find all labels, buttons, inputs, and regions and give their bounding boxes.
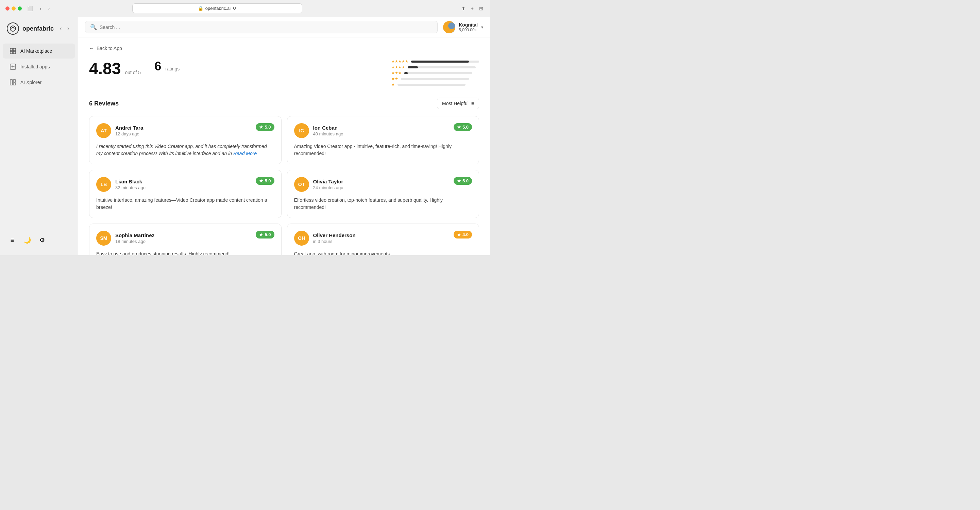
- review-card-5: SM Sophia Martinez 18 minutes ago ★ 5.0: [89, 223, 282, 255]
- rating-badge-3: ★ 5.0: [256, 177, 274, 185]
- review-header-4: OT Olivia Taylor 24 minutes ago ★ 5.0: [294, 177, 473, 192]
- content-area: 🔍 Kognital 5,000.00κ ▾: [78, 17, 490, 255]
- browser-actions: ⬆ + ⊞: [460, 5, 485, 13]
- reviews-header: 6 Reviews Most Helpful ≡: [89, 98, 479, 109]
- logo-area: openfabric ‹ ›: [0, 22, 78, 43]
- rating-value-1: 5.0: [264, 124, 270, 130]
- svg-rect-3: [10, 51, 13, 54]
- xplorer-icon: [10, 79, 16, 86]
- fullscreen-traffic-light[interactable]: [18, 6, 22, 11]
- user-info: Kognital 5,000.00κ: [459, 22, 478, 32]
- avatar: [443, 21, 455, 33]
- sidebar-toggle-button[interactable]: ⬜: [26, 5, 34, 13]
- sidebar-item-installed-apps[interactable]: Installed apps: [3, 59, 75, 74]
- reviewer-time-4: 24 minutes ago: [313, 185, 344, 190]
- review-text-1: I recently started using this Video Crea…: [96, 143, 274, 157]
- logo-text: openfabric: [22, 25, 54, 32]
- bar-track-1: [398, 84, 466, 86]
- reviewer-name-6: Oliver Henderson: [313, 233, 356, 238]
- tabs-button[interactable]: ⊞: [478, 5, 485, 13]
- minimize-traffic-light[interactable]: [11, 6, 16, 11]
- reviewer-details-1: Andrei Tara 12 days ago: [115, 125, 143, 136]
- reviewer-details-4: Olivia Taylor 24 minutes ago: [313, 178, 344, 190]
- forward-browser-button[interactable]: ›: [47, 5, 51, 13]
- lock-icon: 🔒: [198, 6, 204, 11]
- nav-forward-button[interactable]: ›: [65, 25, 71, 32]
- bar-fill-4: [408, 66, 418, 69]
- rating-out-of: out of 5: [125, 70, 141, 75]
- review-card-6: OH Oliver Henderson in 3 hours ★ 4.0: [287, 223, 479, 255]
- menu-icon[interactable]: ≡: [7, 235, 18, 245]
- nav-back-button[interactable]: ‹: [58, 25, 64, 32]
- user-balance: 5,000.00κ: [459, 27, 478, 32]
- back-to-app-button[interactable]: ← Back to App: [89, 46, 479, 51]
- back-arrow-icon: ←: [89, 46, 94, 51]
- svg-rect-8: [13, 83, 16, 85]
- star-icon-5: ★: [259, 232, 263, 237]
- sidebar-item-label: AI Marketplace: [21, 48, 52, 54]
- back-browser-button[interactable]: ‹: [38, 5, 43, 13]
- search-box[interactable]: 🔍: [85, 21, 438, 33]
- reviewer-name-2: Ion Ceban: [313, 125, 344, 131]
- svg-rect-4: [13, 51, 16, 54]
- review-header-6: OH Oliver Henderson in 3 hours ★ 4.0: [294, 231, 473, 245]
- reviewer-time-1: 12 days ago: [115, 131, 143, 136]
- reviewer-details-2: Ion Ceban 40 minutes ago: [313, 125, 344, 136]
- marketplace-icon: [10, 48, 16, 54]
- review-text-3: Intuitive interface, amazing features—Vi…: [96, 197, 274, 211]
- reviewer-info-3: LB Liam Black 32 minutes ago: [96, 177, 146, 192]
- review-header-5: SM Sophia Martinez 18 minutes ago ★ 5.0: [96, 231, 274, 245]
- stars-1: ★: [391, 82, 395, 87]
- sidebar-item-ai-marketplace[interactable]: AI Marketplace: [3, 43, 75, 59]
- stars-4: ★★★★: [391, 65, 405, 69]
- installed-apps-icon: [10, 63, 16, 70]
- star-icon-3: ★: [259, 178, 263, 183]
- sidebar-item-ai-xplorer[interactable]: AI Xplorer: [3, 75, 75, 90]
- rating-count-label: ratings: [165, 66, 180, 72]
- reviewer-time-3: 32 minutes ago: [115, 185, 146, 190]
- rating-badge-2: ★ 5.0: [453, 123, 472, 131]
- reviewer-avatar-4: OT: [294, 177, 309, 192]
- stars-2: ★★: [391, 76, 398, 81]
- rating-bar-4: ★★★★: [391, 65, 479, 69]
- reviewer-info-4: OT Olivia Taylor 24 minutes ago: [294, 177, 344, 192]
- rating-value-2: 5.0: [463, 124, 469, 130]
- new-tab-button[interactable]: +: [469, 5, 475, 13]
- sort-button[interactable]: Most Helpful ≡: [437, 98, 479, 109]
- app: openfabric ‹ › AI Marketplace: [0, 17, 490, 255]
- reviewer-name-5: Sophia Martinez: [115, 233, 154, 238]
- close-traffic-light[interactable]: [5, 6, 10, 11]
- bar-track-5: [411, 61, 479, 62]
- review-card-4: OT Olivia Taylor 24 minutes ago ★ 5.0: [287, 170, 479, 218]
- rating-bar-5: ★★★★★: [391, 59, 479, 64]
- search-icon: 🔍: [90, 24, 97, 30]
- star-icon-4: ★: [457, 178, 461, 183]
- rating-summary: 4.83 out of 5 6 ratings ★★★★★: [89, 59, 479, 87]
- reviewer-info-5: SM Sophia Martinez 18 minutes ago: [96, 231, 154, 245]
- address-bar[interactable]: 🔒 openfabric.ai ↻: [132, 3, 302, 13]
- settings-icon[interactable]: ⚙: [37, 235, 48, 245]
- sort-label: Most Helpful: [442, 101, 469, 106]
- reviewer-details-6: Oliver Henderson in 3 hours: [313, 233, 356, 244]
- svg-rect-7: [13, 80, 16, 82]
- chevron-down-icon[interactable]: ▾: [481, 25, 483, 30]
- review-card-2: IC Ion Ceban 40 minutes ago ★ 5.0: [287, 116, 479, 164]
- rating-badge-4: ★ 5.0: [453, 177, 472, 185]
- user-name: Kognital: [459, 22, 478, 27]
- read-more-1[interactable]: Read More: [233, 151, 257, 156]
- bar-track-2: [401, 78, 469, 80]
- review-text-5: Easy to use and produces stunning result…: [96, 250, 274, 255]
- reviewer-time-6: in 3 hours: [313, 239, 356, 244]
- review-header-2: IC Ion Ceban 40 minutes ago ★ 5.0: [294, 123, 473, 138]
- rating-badge-6: ★ 4.0: [453, 231, 472, 239]
- share-button[interactable]: ⬆: [460, 5, 467, 13]
- theme-toggle-icon[interactable]: 🌙: [22, 235, 33, 245]
- reviewer-avatar-6: OH: [294, 231, 309, 245]
- reviewer-time-2: 40 minutes ago: [313, 131, 344, 136]
- refresh-icon[interactable]: ↻: [232, 6, 236, 11]
- rating-bar-1: ★: [391, 82, 479, 87]
- review-text-6: Great app, with room for minor improveme…: [294, 250, 473, 255]
- rating-bars: ★★★★★ ★★★★ ★★★: [391, 59, 479, 87]
- rating-value-5: 5.0: [264, 232, 270, 237]
- search-input[interactable]: [100, 24, 433, 30]
